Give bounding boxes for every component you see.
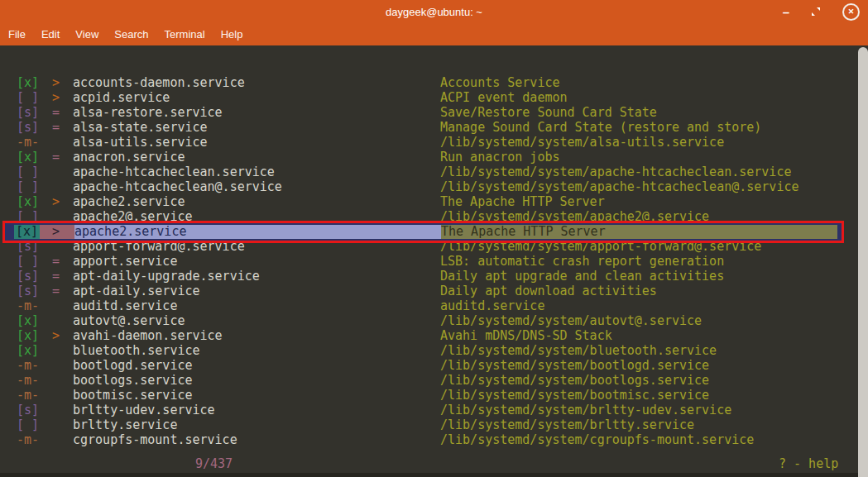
service-description: Daily apt upgrade and clean activities xyxy=(440,269,868,284)
service-description: /lib/systemd/system/bootmisc.service xyxy=(440,388,868,403)
service-name: bootlogs.service xyxy=(73,373,440,388)
run-indicator xyxy=(39,343,73,358)
state-badge: -m- xyxy=(17,388,39,403)
state-badge: [ ] xyxy=(17,90,39,105)
service-description: Manage Sound Card State (restore and sto… xyxy=(440,120,868,135)
service-name: acpid.service xyxy=(73,90,440,105)
service-row[interactable]: [x] > apache2.service The Apache HTTP Se… xyxy=(0,194,868,209)
service-row[interactable]: [x] > avahi-daemon.service Avahi mDNS/DN… xyxy=(0,328,868,343)
run-indicator xyxy=(39,388,73,403)
service-description: /lib/systemd/system/autovt@.service xyxy=(440,313,868,328)
service-description: Daily apt download activities xyxy=(440,284,868,298)
state-badge: [x] xyxy=(17,343,39,358)
menu-item-file[interactable]: File xyxy=(8,28,26,41)
service-name: cgroupfs-mount.service xyxy=(73,432,440,447)
run-indicator: = xyxy=(39,269,73,284)
service-row[interactable]: [ ] apache-htcacheclean.service /lib/sys… xyxy=(0,165,868,179)
run-indicator: > xyxy=(40,225,74,239)
bottom-edge xyxy=(0,473,858,477)
service-row[interactable]: [ ] brltty.service /lib/systemd/system/b… xyxy=(0,417,868,432)
run-indicator xyxy=(39,417,73,432)
service-description: auditd.service xyxy=(440,298,868,313)
state-badge: [x] xyxy=(17,75,39,90)
menu-item-search[interactable]: Search xyxy=(114,28,148,41)
service-description: /lib/systemd/system/bootlogd.service xyxy=(440,358,868,373)
service-name: alsa-restore.service xyxy=(73,105,440,120)
service-description: /lib/systemd/system/alsa-utils.service xyxy=(440,135,868,150)
service-name: alsa-state.service xyxy=(73,120,440,135)
service-name: accounts-daemon.service xyxy=(73,75,440,90)
service-row[interactable]: [s] = apt-daily-upgrade.service Daily ap… xyxy=(0,269,868,284)
service-row[interactable]: [ ] apache-htcacheclean@.service /lib/sy… xyxy=(0,179,868,194)
state-badge: [x] xyxy=(17,150,39,165)
run-indicator: = xyxy=(39,105,73,120)
run-indicator: = xyxy=(39,284,73,298)
service-name: anacron.service xyxy=(73,150,440,165)
status-line: 9/437 ? - help xyxy=(0,456,868,471)
service-row[interactable]: [x] autovt@.service /lib/systemd/system/… xyxy=(0,313,868,328)
scrollbar[interactable] xyxy=(858,47,868,477)
restore-icon[interactable] xyxy=(811,7,821,17)
service-name: brltty-udev.service xyxy=(73,403,440,417)
service-name: apache2.service xyxy=(73,194,440,209)
service-row[interactable]: -m- bootlogs.service /lib/systemd/system… xyxy=(0,373,868,388)
service-row[interactable]: [x] = anacron.service Run anacron jobs xyxy=(0,150,868,165)
terminal-viewport: [x] > accounts-daemon.service Accounts S… xyxy=(0,45,868,477)
service-row[interactable]: [x] bluetooth.service /lib/systemd/syste… xyxy=(0,343,868,358)
service-description: /lib/systemd/system/bootlogs.service xyxy=(440,373,868,388)
state-badge: [x] xyxy=(17,194,39,209)
service-description: /lib/systemd/system/bluetooth.service xyxy=(440,343,868,358)
state-badge: [x] xyxy=(17,313,39,328)
menu-item-terminal[interactable]: Terminal xyxy=(165,28,205,41)
service-row[interactable]: [s] = alsa-restore.service Save/Restore … xyxy=(0,105,868,120)
service-row-selected[interactable]: [x] > apache2.service The Apache HTTP Se… xyxy=(5,223,842,241)
menu-item-edit[interactable]: Edit xyxy=(41,28,60,41)
service-row[interactable]: [ ] > acpid.service ACPI event daemon xyxy=(0,90,868,105)
run-indicator xyxy=(39,358,73,373)
service-name: bluetooth.service xyxy=(73,343,440,358)
state-badge: -m- xyxy=(17,373,39,388)
service-row[interactable]: -m- auditd.service auditd.service xyxy=(0,298,868,313)
run-indicator xyxy=(39,432,73,447)
service-row[interactable]: -m- bootmisc.service /lib/systemd/system… xyxy=(0,388,868,403)
run-indicator: > xyxy=(39,75,73,90)
service-name: brltty.service xyxy=(73,417,440,432)
state-badge: [x] xyxy=(17,328,39,343)
window-title: daygeek@ubuntu: ~ xyxy=(386,6,482,18)
service-description: The Apache HTTP Server xyxy=(441,225,837,239)
service-row[interactable]: -m- bootlogd.service /lib/systemd/system… xyxy=(0,358,868,373)
run-indicator xyxy=(39,313,73,328)
service-row[interactable]: [s] = alsa-state.service Manage Sound Ca… xyxy=(0,120,868,135)
state-badge: [s] xyxy=(17,120,39,135)
state-badge: -m- xyxy=(17,135,39,150)
service-row[interactable]: -m- cgroupfs-mount.service /lib/systemd/… xyxy=(0,432,868,447)
service-description: Avahi mDNS/DNS-SD Stack xyxy=(440,328,868,343)
service-name: bootmisc.service xyxy=(73,388,440,403)
menu-item-view[interactable]: View xyxy=(75,28,98,41)
close-icon[interactable]: ✕ xyxy=(842,3,860,21)
run-indicator: > xyxy=(39,194,73,209)
state-badge: -m- xyxy=(17,298,39,313)
state-badge: [ ] xyxy=(17,165,39,179)
state-badge: [s] xyxy=(17,403,39,417)
minimize-icon[interactable]: – xyxy=(783,6,789,18)
titlebar: daygeek@ubuntu: ~ – ✕ xyxy=(0,0,868,23)
service-row[interactable]: [x] > accounts-daemon.service Accounts S… xyxy=(0,75,868,90)
service-description: Accounts Service xyxy=(440,75,868,90)
service-row[interactable]: [s] brltty-udev.service /lib/systemd/sys… xyxy=(0,403,868,417)
run-indicator: = xyxy=(39,120,73,135)
service-name: apache-htcacheclean@.service xyxy=(73,179,440,194)
state-badge: [s] xyxy=(17,105,39,120)
run-indicator xyxy=(39,165,73,179)
service-name: apport.service xyxy=(73,254,440,269)
service-description: The Apache HTTP Server xyxy=(440,194,868,209)
service-row[interactable]: [ ] = apport.service LSB: automatic cras… xyxy=(0,254,868,269)
menu-item-help[interactable]: Help xyxy=(221,28,243,41)
service-description: LSB: automatic crash report generation xyxy=(440,254,868,269)
service-row[interactable]: -m- alsa-utils.service /lib/systemd/syst… xyxy=(0,135,868,150)
state-badge: [x] xyxy=(14,225,40,239)
menubar: File Edit View Search Terminal Help xyxy=(0,23,868,45)
service-row[interactable]: [s] = apt-daily.service Daily apt downlo… xyxy=(0,284,868,298)
service-description: /lib/systemd/system/brltty-udev.service xyxy=(440,403,868,417)
annotation-red-box: [x] > apache2.service The Apache HTTP Se… xyxy=(2,221,844,243)
